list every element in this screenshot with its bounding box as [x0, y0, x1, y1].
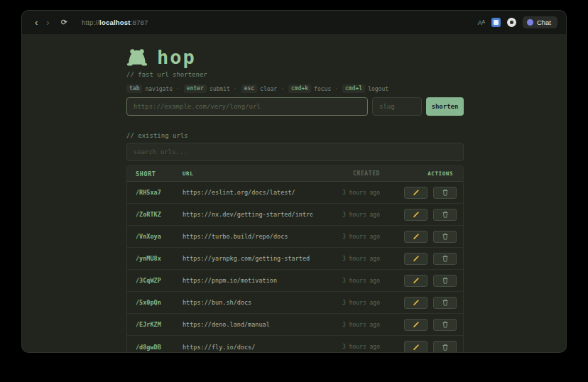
created-time: 3 hours ago — [312, 190, 391, 196]
address-bar[interactable]: http://localhost:8787 — [82, 18, 148, 26]
shortcut-separator: · — [176, 86, 180, 92]
short-code[interactable]: /5x0pQn — [131, 299, 183, 306]
shortcut-desc: clear — [260, 86, 277, 92]
shortcut-separator: · — [234, 86, 237, 92]
browser-window: ‹ › ⟳ http://localhost:8787 Aᴬ Chat hop — [21, 10, 567, 353]
delete-button[interactable] — [433, 341, 457, 353]
edit-button[interactable] — [404, 297, 428, 309]
delete-button[interactable] — [433, 231, 457, 243]
shortcut-desc: logout — [368, 86, 388, 92]
original-url: https://fly.io/docs/ — [183, 344, 312, 351]
edit-button[interactable] — [404, 231, 428, 243]
app-title: hop — [157, 48, 196, 67]
created-time: 3 hours ago — [312, 300, 391, 306]
shortcut-item: enter submit · — [184, 84, 237, 93]
table-body: /RH5xa7 https://eslint.org/docs/latest/ … — [127, 182, 463, 353]
shortcut-separator: · — [281, 86, 284, 92]
table-row: /ZoRTKZ https://nx.dev/getting-started/i… — [127, 204, 463, 226]
created-time: 3 hours ago — [312, 212, 391, 218]
url-port: :8787 — [131, 18, 148, 26]
created-time: 3 hours ago — [312, 322, 391, 328]
delete-button[interactable] — [433, 275, 457, 287]
shorten-form: shorten — [126, 97, 464, 116]
created-time: 3 hours ago — [312, 256, 391, 262]
shortcut-key: enter — [184, 84, 207, 93]
main-content: hop // fast url shortener tab navigate ·… — [126, 46, 464, 353]
original-url: https://pnpm.io/motivation — [183, 277, 312, 284]
chat-icon — [527, 19, 533, 26]
shortcuts-bar: tab navigate · enter submit · esc clear … — [126, 84, 464, 93]
table-row: /3CqWZP https://pnpm.io/motivation 3 hou… — [127, 270, 463, 292]
slug-input[interactable] — [372, 97, 422, 116]
original-url: https://yarnpkg.com/getting-started — [183, 255, 312, 262]
original-url: https://bun.sh/docs — [183, 299, 312, 306]
back-button[interactable]: ‹ — [31, 16, 42, 28]
extension-icon-2[interactable] — [507, 18, 516, 27]
original-url: https://turbo.build/repo/docs — [183, 233, 312, 240]
short-code[interactable]: /ynMU8x — [131, 255, 183, 262]
browser-titlebar: ‹ › ⟳ http://localhost:8787 Aᴬ Chat — [22, 11, 566, 34]
url-prefix: http:// — [82, 18, 99, 26]
original-url: https://eslint.org/docs/latest/ — [183, 189, 312, 196]
text-size-icon[interactable]: Aᴬ — [478, 19, 485, 26]
short-code[interactable]: /ZoRTKZ — [131, 211, 183, 218]
shortcut-key: cmd+l — [342, 84, 365, 93]
delete-button[interactable] — [433, 253, 457, 265]
shortcut-key: cmd+k — [288, 84, 311, 93]
shortcut-separator: · — [334, 86, 338, 92]
edit-button[interactable] — [404, 209, 428, 221]
shortcut-key: tab — [126, 84, 142, 93]
shortcut-desc: navigate — [145, 86, 173, 92]
short-code[interactable]: /RH5xa7 — [131, 189, 183, 196]
shortcut-item: esc clear · — [241, 84, 284, 93]
edit-button[interactable] — [404, 275, 428, 287]
url-input[interactable] — [126, 97, 368, 116]
original-url: https://nx.dev/getting-started/intro — [183, 211, 312, 218]
header-created: CREATED — [312, 170, 391, 177]
short-code[interactable]: /d8gwDB — [131, 344, 183, 351]
header-actions: ACTIONS — [391, 170, 459, 177]
shortcut-item: cmd+l logout — [342, 84, 388, 93]
shortcut-desc: focus — [314, 86, 331, 92]
shortcut-item: cmd+k focus · — [288, 84, 338, 93]
shortcut-desc: submit — [209, 86, 230, 92]
table-row: /RH5xa7 https://eslint.org/docs/latest/ … — [127, 182, 463, 204]
reload-button[interactable]: ⟳ — [57, 17, 72, 28]
table-header: SHORT URL CREATED ACTIONS — [127, 166, 463, 182]
edit-button[interactable] — [404, 319, 428, 331]
table-row: /EJrKZM https://deno.land/manual 3 hours… — [127, 314, 463, 336]
search-input[interactable] — [126, 143, 464, 161]
shortcut-key: esc — [241, 84, 257, 93]
forward-button[interactable]: › — [42, 16, 53, 28]
edit-button[interactable] — [404, 341, 428, 353]
short-code[interactable]: /VnXoya — [131, 233, 183, 240]
header-url: URL — [183, 170, 312, 177]
delete-button[interactable] — [433, 209, 457, 221]
urls-table: SHORT URL CREATED ACTIONS /RH5xa7 https:… — [126, 165, 464, 353]
table-row: /VnXoya https://turbo.build/repo/docs 3 … — [127, 226, 463, 248]
header-short: SHORT — [131, 170, 183, 178]
frog-icon — [126, 47, 148, 67]
created-time: 3 hours ago — [312, 234, 391, 240]
edit-button[interactable] — [404, 187, 428, 199]
section-title: // existing urls — [126, 132, 464, 139]
original-url: https://deno.land/manual — [183, 321, 312, 328]
chat-label: Chat — [537, 18, 551, 26]
chat-button[interactable]: Chat — [523, 16, 557, 28]
delete-button[interactable] — [433, 319, 457, 331]
shortcut-item: tab navigate · — [126, 84, 180, 93]
logo: hop — [126, 46, 464, 67]
short-code[interactable]: /EJrKZM — [131, 321, 183, 328]
delete-button[interactable] — [433, 297, 457, 309]
tagline: // fast url shortener — [126, 71, 464, 78]
short-code[interactable]: /3CqWZP — [131, 277, 183, 284]
table-row: /d8gwDB https://fly.io/docs/ 3 hours ago — [127, 336, 463, 353]
table-row: /5x0pQn https://bun.sh/docs 3 hours ago — [127, 292, 463, 314]
url-host: localhost — [99, 18, 131, 26]
delete-button[interactable] — [433, 187, 457, 199]
extension-icon[interactable] — [491, 18, 501, 27]
table-row: /ynMU8x https://yarnpkg.com/getting-star… — [127, 248, 463, 270]
shorten-button[interactable]: shorten — [426, 97, 464, 116]
edit-button[interactable] — [404, 253, 428, 265]
created-time: 3 hours ago — [312, 278, 391, 284]
